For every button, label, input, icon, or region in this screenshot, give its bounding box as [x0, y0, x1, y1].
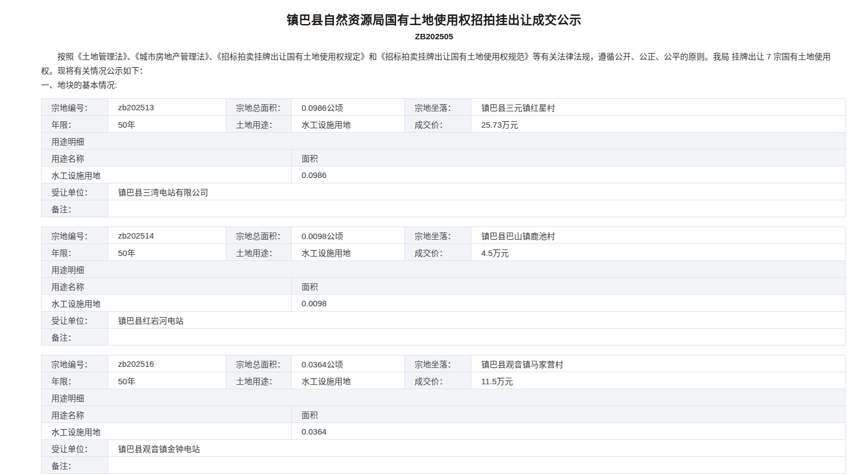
remark-label: 备注： [42, 329, 108, 346]
use-name-header: 用途名称 [42, 406, 292, 423]
land-use-label: 土地用途： [226, 116, 292, 133]
remark-label: 备注： [42, 457, 108, 474]
table-row: 受让单位： 镇巴县红岩河电站 [42, 312, 846, 329]
location-value: 镇巴县观音镇马家营村 [471, 355, 846, 372]
use-name-value: 水工设施用地 [42, 423, 292, 440]
table-row: 受让单位： 镇巴县三湾电站有限公司 [42, 183, 846, 200]
parcel-table-1: 宗地编号： zb202513 宗地总面积： 0.0986公顷 宗地坐落： 镇巴县… [41, 98, 846, 217]
term-label: 年限： [42, 244, 108, 261]
use-detail-header: 用途明细 [42, 261, 846, 278]
transferee-value: 镇巴县三湾电站有限公司 [108, 183, 846, 200]
total-area-label: 宗地总面积： [226, 355, 292, 372]
table-row: 用途名称 面积 [42, 278, 846, 295]
table-row: 备注： [42, 329, 846, 346]
land-use-value: 水工设施用地 [292, 244, 405, 261]
total-area-label: 宗地总面积： [226, 99, 292, 116]
location-label: 宗地坐落： [405, 99, 471, 116]
table-row: 宗地编号： zb202516 宗地总面积： 0.0364公顷 宗地坐落： 镇巴县… [42, 355, 846, 372]
total-area-value: 0.0364公顷 [292, 355, 405, 372]
transferee-label: 受让单位： [42, 312, 108, 329]
deal-price-label: 成交价： [405, 116, 471, 133]
use-area-value: 0.0098 [292, 295, 846, 312]
table-row: 水工设施用地 0.0098 [42, 295, 846, 312]
total-area-value: 0.0986公顷 [292, 99, 405, 116]
remark-value [108, 329, 846, 346]
transferee-label: 受让单位： [42, 440, 108, 457]
transferee-value: 镇巴县观音镇金钟电站 [108, 440, 846, 457]
area-header: 面积 [292, 150, 846, 166]
location-value: 镇巴县三元镇红星村 [471, 99, 846, 116]
deal-price-value: 4.5万元 [471, 244, 846, 261]
parcel-no-label: 宗地编号： [42, 99, 108, 116]
use-name-value: 水工设施用地 [42, 295, 292, 312]
table-row: 用途明细 [42, 133, 846, 150]
section-heading: 一、地块的基本情况: [41, 78, 846, 92]
table-row: 备注： [42, 457, 846, 474]
location-label: 宗地坐落： [405, 355, 471, 372]
table-row: 水工设施用地 0.0986 [42, 166, 846, 183]
transferee-value: 镇巴县红岩河电站 [108, 312, 846, 329]
location-label: 宗地坐落： [405, 227, 471, 244]
use-detail-header: 用途明细 [42, 133, 846, 150]
intro-paragraph: 按照《土地管理法》、《城市房地产管理法》、《招标拍卖挂牌出让国有土地使用权规定》… [41, 50, 846, 78]
parcel-table-2: 宗地编号： zb202514 宗地总面积： 0.0098公顷 宗地坐落： 镇巴县… [41, 227, 846, 346]
use-name-value: 水工设施用地 [42, 166, 292, 183]
table-row: 宗地编号： zb202514 宗地总面积： 0.0098公顷 宗地坐落： 镇巴县… [42, 227, 846, 244]
deal-price-value: 11.5万元 [471, 372, 846, 389]
use-name-header: 用途名称 [42, 150, 292, 166]
use-name-header: 用途名称 [42, 278, 292, 295]
deal-price-value: 25.73万元 [471, 116, 846, 133]
remark-value [108, 457, 846, 474]
parcel-no-value: zb202514 [108, 227, 226, 244]
deal-price-label: 成交价： [405, 372, 471, 389]
doc-number: ZB202505 [22, 32, 846, 41]
total-area-value: 0.0098公顷 [292, 227, 405, 244]
parcel-no-value: zb202513 [108, 99, 226, 116]
use-detail-header: 用途明细 [42, 389, 846, 406]
location-value: 镇巴县巴山镇鹿池村 [471, 227, 846, 244]
term-value: 50年 [108, 372, 226, 389]
table-row: 宗地编号： zb202513 宗地总面积： 0.0986公顷 宗地坐落： 镇巴县… [42, 99, 846, 116]
table-row: 年限： 50年 土地用途： 水工设施用地 成交价： 25.73万元 [42, 116, 846, 133]
parcel-no-label: 宗地编号： [42, 355, 108, 372]
parcel-no-value: zb202516 [108, 355, 226, 372]
transferee-label: 受让单位： [42, 183, 108, 200]
land-use-label: 土地用途： [226, 244, 292, 261]
term-label: 年限： [42, 372, 108, 389]
table-row: 年限： 50年 土地用途： 水工设施用地 成交价： 4.5万元 [42, 244, 846, 261]
use-area-value: 0.0364 [292, 423, 846, 440]
table-row: 用途名称 面积 [42, 406, 846, 423]
table-row: 受让单位： 镇巴县观音镇金钟电站 [42, 440, 846, 457]
term-value: 50年 [108, 244, 226, 261]
remark-label: 备注： [42, 200, 108, 217]
deal-price-label: 成交价： [405, 244, 471, 261]
table-row: 用途明细 [42, 389, 846, 406]
table-row: 备注： [42, 200, 846, 217]
table-row: 用途名称 面积 [42, 150, 846, 166]
parcel-no-label: 宗地编号： [42, 227, 108, 244]
land-use-label: 土地用途： [226, 372, 292, 389]
use-area-value: 0.0986 [292, 166, 846, 183]
remark-value [108, 200, 846, 217]
announcement-page: 镇巴县自然资源局国有土地使用权招拍挂出让成交公示 ZB202505 按照《土地管… [0, 0, 868, 476]
table-row: 用途明细 [42, 261, 846, 278]
total-area-label: 宗地总面积： [226, 227, 292, 244]
term-value: 50年 [108, 116, 226, 133]
table-row: 水工设施用地 0.0364 [42, 423, 846, 440]
term-label: 年限： [42, 116, 108, 133]
area-header: 面积 [292, 406, 846, 423]
page-title: 镇巴县自然资源局国有土地使用权招拍挂出让成交公示 [22, 10, 846, 27]
land-use-value: 水工设施用地 [292, 116, 405, 133]
land-use-value: 水工设施用地 [292, 372, 405, 389]
area-header: 面积 [292, 278, 846, 295]
table-row: 年限： 50年 土地用途： 水工设施用地 成交价： 11.5万元 [42, 372, 846, 389]
parcel-table-3: 宗地编号： zb202516 宗地总面积： 0.0364公顷 宗地坐落： 镇巴县… [41, 355, 846, 474]
